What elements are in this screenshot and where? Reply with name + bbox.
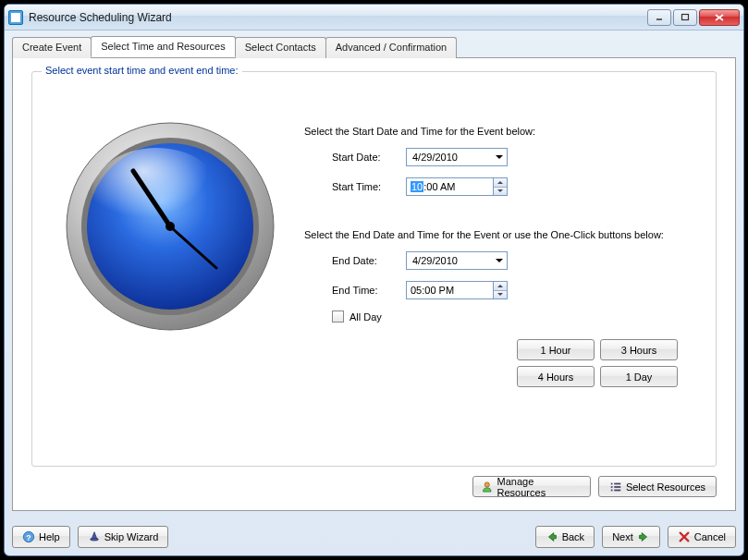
spin-up-button[interactable] xyxy=(494,178,507,188)
tab-select-time-resources[interactable]: Select Time and Resources xyxy=(91,36,236,57)
wizard-hat-icon xyxy=(88,530,101,543)
maximize-button[interactable] xyxy=(673,9,697,26)
start-date-picker[interactable]: 4/29/2010 xyxy=(406,148,508,166)
svg-rect-15 xyxy=(614,486,620,488)
chevron-down-icon xyxy=(496,155,503,159)
minimize-button[interactable] xyxy=(647,9,671,26)
titlebar: Resource Scheduling Wizard xyxy=(5,5,743,30)
start-time-input[interactable]: 10:00 AM xyxy=(406,177,493,196)
all-day-checkbox[interactable] xyxy=(332,310,344,323)
window-title: Resource Scheduling Wizard xyxy=(29,11,647,24)
help-icon: ? xyxy=(22,530,35,543)
svg-rect-14 xyxy=(611,486,613,488)
svg-point-20 xyxy=(90,538,98,541)
time-groupbox: Select event start time and event end ti… xyxy=(31,71,717,467)
svg-rect-17 xyxy=(614,489,620,491)
all-day-label: All Day xyxy=(349,311,382,323)
svg-rect-16 xyxy=(611,489,613,491)
skip-wizard-button[interactable]: Skip Wizard xyxy=(78,526,169,548)
chevron-down-icon xyxy=(497,293,503,296)
chevron-up-icon xyxy=(497,181,503,184)
tab-select-contacts[interactable]: Select Contacts xyxy=(235,37,326,58)
end-date-picker[interactable]: 4/29/2010 xyxy=(406,251,508,270)
start-time-spinner[interactable]: 10:00 AM xyxy=(406,177,508,196)
one-hour-button[interactable]: 1 Hour xyxy=(517,339,595,360)
wizard-footer: ? Help Skip Wizard Back Next xyxy=(5,518,743,555)
chevron-down-icon xyxy=(496,259,503,262)
start-time-label: Start Time: xyxy=(332,181,406,192)
end-date-label: End Date: xyxy=(332,255,406,266)
svg-rect-13 xyxy=(614,482,620,484)
svg-text:?: ? xyxy=(26,533,31,542)
tab-advanced-confirmation[interactable]: Advanced / Confirmation xyxy=(325,37,457,58)
next-button[interactable]: Next xyxy=(602,526,660,548)
svg-rect-12 xyxy=(611,482,613,484)
close-button[interactable] xyxy=(699,9,740,26)
arrow-right-icon xyxy=(637,530,650,543)
spin-up-button[interactable] xyxy=(494,282,507,291)
cancel-icon xyxy=(678,530,691,543)
end-time-input[interactable]: 05:00 PM xyxy=(406,281,493,299)
spin-down-button[interactable] xyxy=(494,291,507,299)
tab-create-event[interactable]: Create Event xyxy=(12,37,92,58)
svg-point-7 xyxy=(92,148,221,240)
select-resources-button[interactable]: Select Resources xyxy=(598,476,717,497)
chevron-down-icon xyxy=(497,189,503,192)
start-section-label: Select the Start Date and Time for the E… xyxy=(304,126,703,137)
arrow-left-icon xyxy=(546,530,558,543)
list-icon xyxy=(609,481,622,493)
four-hours-button[interactable]: 4 Hours xyxy=(517,366,595,387)
help-button[interactable]: ? Help xyxy=(12,526,70,548)
group-legend: Select event start time and event end ti… xyxy=(42,65,242,76)
spin-down-button[interactable] xyxy=(494,188,507,196)
wizard-window: Resource Scheduling Wizard Create Event … xyxy=(4,4,744,556)
manage-resources-button[interactable]: Manage Resources xyxy=(472,476,591,497)
end-date-value: 4/29/2010 xyxy=(412,255,458,266)
cancel-button[interactable]: Cancel xyxy=(668,526,736,548)
three-hours-button[interactable]: 3 Hours xyxy=(600,339,678,360)
start-date-value: 4/29/2010 xyxy=(412,152,458,163)
one-day-button[interactable]: 1 Day xyxy=(600,366,678,387)
end-time-label: End Time: xyxy=(332,285,406,296)
back-button[interactable]: Back xyxy=(535,526,595,548)
end-section-label: Select the End Date and Time for the Eve… xyxy=(304,229,703,240)
svg-rect-1 xyxy=(682,14,689,19)
user-icon xyxy=(481,481,494,493)
clock-icon xyxy=(64,120,276,333)
svg-point-10 xyxy=(166,222,175,231)
start-date-label: Start Date: xyxy=(332,152,406,163)
svg-point-11 xyxy=(484,481,489,486)
tab-panel: Select event start time and event end ti… xyxy=(12,57,736,511)
tab-strip: Create Event Select Time and Resources S… xyxy=(12,36,736,57)
app-icon xyxy=(8,10,23,25)
chevron-up-icon xyxy=(497,285,503,287)
end-time-spinner[interactable]: 05:00 PM xyxy=(406,281,508,299)
